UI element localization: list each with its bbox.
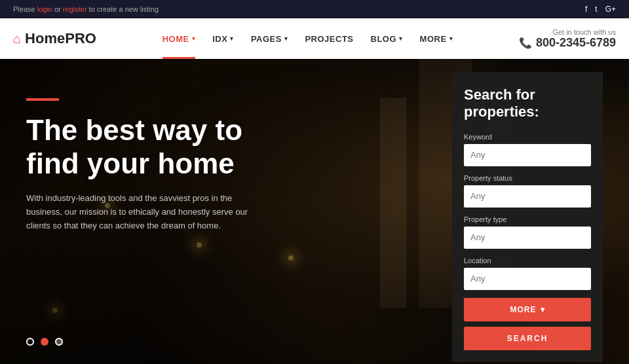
search-panel: Search for properties: Keyword Property …	[452, 72, 603, 362]
facebook-icon[interactable]: f	[585, 5, 587, 14]
hero-description: With industry-leading tools and the savv…	[26, 192, 249, 232]
phone-icon: 📞	[519, 37, 532, 49]
phone-number[interactable]: 📞 800-2345-6789	[519, 36, 616, 50]
search-button[interactable]: SEARCH	[464, 327, 591, 350]
nav-item-more[interactable]: MORE▾	[413, 18, 460, 59]
nav-item-projects[interactable]: PROJECTS	[298, 18, 360, 59]
top-bar-message: Please login or register to create a new…	[13, 5, 159, 13]
login-link[interactable]: login	[37, 5, 52, 13]
header-contact: Get in touch with us 📞 800-2345-6789	[519, 28, 616, 50]
header: ⌂ HomePRO HOME▾ IDX▾ PAGES▾ PROJECTS BLO…	[0, 18, 629, 59]
status-input[interactable]	[464, 185, 591, 208]
nav-item-pages[interactable]: PAGES▾	[244, 18, 295, 59]
keyword-label: Keyword	[464, 133, 591, 141]
slider-dots	[26, 338, 63, 346]
type-label: Property type	[464, 215, 591, 223]
search-panel-title: Search for properties:	[464, 86, 591, 121]
googleplus-icon[interactable]: G+	[605, 5, 616, 14]
location-label: Location	[464, 257, 591, 264]
social-icons: f t G+	[585, 5, 616, 14]
slider-dot-3[interactable]	[55, 338, 63, 346]
status-label: Property status	[464, 174, 591, 182]
logo[interactable]: ⌂ HomePRO	[13, 30, 96, 47]
register-link[interactable]: register	[63, 5, 87, 13]
home-icon: ⌂	[13, 31, 21, 46]
hero-title: The best way to find your home	[26, 114, 301, 180]
hero-content: The best way to find your home With indu…	[26, 98, 301, 233]
hero-section: The best way to find your home With indu…	[0, 59, 629, 364]
top-bar: Please login or register to create a new…	[0, 0, 629, 18]
slider-dot-1[interactable]	[26, 338, 34, 346]
hero-accent-line	[26, 98, 59, 101]
type-input[interactable]	[464, 227, 591, 249]
status-group: Property status	[464, 174, 591, 208]
type-group: Property type	[464, 215, 591, 249]
keyword-group: Keyword	[464, 133, 591, 166]
main-nav: HOME▾ IDX▾ PAGES▾ PROJECTS BLOG▾ MORE▾	[156, 18, 459, 59]
location-input[interactable]	[464, 268, 591, 290]
twitter-icon[interactable]: t	[595, 5, 597, 14]
get-in-touch-text: Get in touch with us	[519, 28, 616, 36]
nav-item-blog[interactable]: BLOG▾	[364, 18, 410, 59]
slider-dot-2[interactable]	[41, 338, 48, 346]
keyword-input[interactable]	[464, 144, 591, 166]
nav-item-idx[interactable]: IDX▾	[206, 18, 240, 59]
location-group: Location	[464, 257, 591, 290]
logo-text: HomePRO	[25, 30, 96, 47]
chevron-down-icon: ▾	[541, 305, 545, 314]
more-button[interactable]: MORE ▾	[464, 298, 591, 321]
nav-item-home[interactable]: HOME▾	[156, 18, 202, 59]
